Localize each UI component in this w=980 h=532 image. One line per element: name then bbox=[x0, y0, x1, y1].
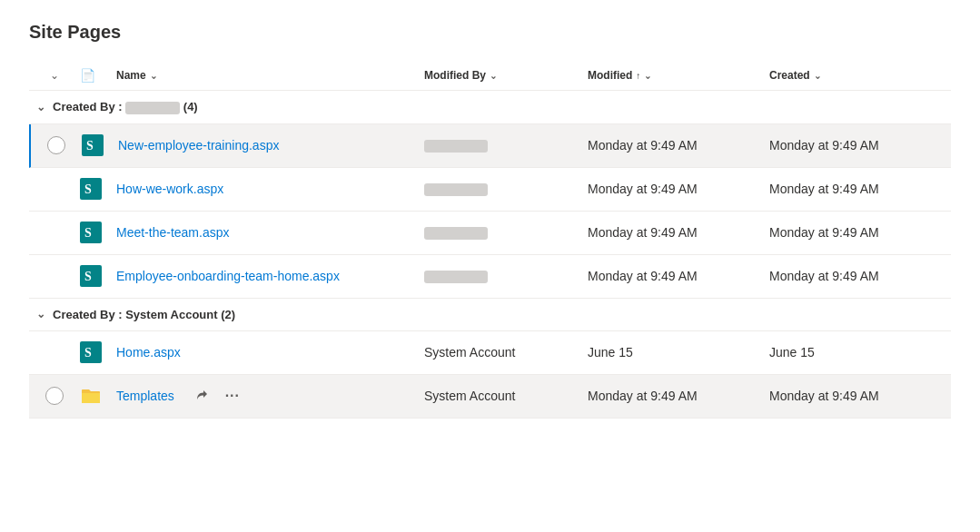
group2-chevron-icon[interactable]: ⌄ bbox=[36, 308, 45, 320]
row4-name[interactable]: Employee-onboarding-team-home.aspx bbox=[116, 269, 424, 283]
row1-icon: S bbox=[82, 134, 118, 156]
row4-created: Monday at 9:49 AM bbox=[769, 269, 951, 283]
header-name-sort-icon: ⌄ bbox=[150, 71, 157, 81]
more-icon: ··· bbox=[225, 388, 240, 404]
row1-created: Monday at 9:49 AM bbox=[769, 138, 951, 153]
table-row: S New-employee-training.aspx Monday at 9… bbox=[29, 124, 951, 168]
svg-text:S: S bbox=[86, 139, 94, 153]
row6-modified: Monday at 9:49 AM bbox=[588, 389, 769, 403]
row3-name-text: Meet-the-team.aspx bbox=[116, 225, 230, 240]
header-chevron-icon: ⌄ bbox=[50, 69, 59, 82]
header-modified-by-sort-icon: ⌄ bbox=[490, 71, 497, 81]
row6-icon bbox=[80, 385, 116, 407]
group2-header-content: ⌄ Created By : System Account (2) bbox=[29, 308, 951, 321]
row2-modified-by bbox=[424, 182, 588, 196]
svg-text:S: S bbox=[84, 270, 92, 283]
sharepoint-file-icon: S bbox=[80, 178, 102, 200]
row4-modified-by-redacted bbox=[424, 271, 488, 283]
sharepoint-file-icon: S bbox=[80, 341, 102, 363]
group2-label: Created By : System Account (2) bbox=[53, 308, 235, 321]
row4-modified-by bbox=[424, 269, 588, 283]
row2-name[interactable]: How-we-work.aspx bbox=[116, 182, 424, 196]
svg-text:S: S bbox=[84, 226, 92, 240]
svg-text:S: S bbox=[84, 182, 92, 196]
row3-modified-by bbox=[424, 225, 588, 240]
row2-name-text: How-we-work.aspx bbox=[116, 182, 223, 196]
row3-created: Monday at 9:49 AM bbox=[769, 225, 951, 240]
page-title: Site Pages bbox=[29, 22, 951, 43]
row1-modified-by-redacted bbox=[424, 140, 488, 153]
row2-icon: S bbox=[80, 178, 116, 200]
row5-modified: June 15 bbox=[588, 345, 769, 360]
header-name[interactable]: Name ⌄ bbox=[116, 69, 424, 82]
row6-actions: ··· bbox=[189, 383, 245, 409]
header-chevron-col[interactable]: ⌄ bbox=[29, 69, 80, 82]
header-created[interactable]: Created ⌄ bbox=[769, 69, 951, 82]
row5-created: June 15 bbox=[769, 345, 951, 360]
row1-checkbox-circle[interactable] bbox=[47, 136, 65, 154]
header-created-label: Created bbox=[769, 69, 810, 82]
row5-modified-by: System Account bbox=[424, 345, 588, 360]
sharepoint-file-icon: S bbox=[80, 265, 102, 287]
row3-modified: Monday at 9:49 AM bbox=[588, 225, 769, 240]
page-container: Site Pages ⌄ 📄 Name ⌄ Modified By ⌄ Modi… bbox=[0, 0, 980, 440]
row2-modified-by-redacted bbox=[424, 183, 488, 196]
row4-name-text: Employee-onboarding-team-home.aspx bbox=[116, 269, 340, 283]
row1-name-text: New-employee-training.aspx bbox=[118, 138, 279, 153]
header-name-label: Name bbox=[116, 69, 146, 82]
row2-created: Monday at 9:49 AM bbox=[769, 182, 951, 196]
header-modified-by[interactable]: Modified By ⌄ bbox=[424, 69, 588, 82]
table-row: Templates ··· System Account Monday at 9… bbox=[29, 375, 951, 419]
header-modified[interactable]: Modified ↑ ⌄ bbox=[588, 69, 769, 82]
list-container: ⌄ 📄 Name ⌄ Modified By ⌄ Modified ↑ ⌄ Cr… bbox=[29, 61, 951, 419]
svg-text:S: S bbox=[84, 346, 92, 360]
row1-modified-by bbox=[424, 138, 588, 153]
group1-chevron-icon[interactable]: ⌄ bbox=[36, 101, 45, 113]
table-row: S How-we-work.aspx Monday at 9:49 AM Mon… bbox=[29, 168, 951, 212]
table-row: S Meet-the-team.aspx Monday at 9:49 AM M… bbox=[29, 212, 951, 255]
row1-checkbox[interactable] bbox=[31, 136, 82, 154]
header-modified-label: Modified bbox=[588, 69, 632, 82]
header-modified-sort-icon: ↑ bbox=[636, 71, 640, 81]
header-file-icon: 📄 bbox=[80, 68, 95, 83]
row6-modified-by: System Account bbox=[424, 389, 588, 403]
group1-header-content: ⌄ Created By : (4) bbox=[29, 100, 951, 114]
row6-name-text: Templates bbox=[116, 389, 174, 403]
row1-name[interactable]: New-employee-training.aspx bbox=[118, 138, 424, 153]
folder-icon bbox=[80, 385, 102, 407]
sharepoint-file-icon: S bbox=[82, 134, 104, 156]
row6-checkbox-circle[interactable] bbox=[45, 387, 64, 405]
header-modified-by-label: Modified By bbox=[424, 69, 486, 82]
row6-checkbox[interactable] bbox=[29, 387, 80, 405]
row6-name[interactable]: Templates ··· bbox=[116, 383, 424, 409]
row3-modified-by-redacted bbox=[424, 227, 488, 240]
row5-name-text: Home.aspx bbox=[116, 345, 181, 360]
sharepoint-file-icon: S bbox=[80, 222, 102, 243]
table-row: S Home.aspx System Account June 15 June … bbox=[29, 331, 951, 375]
row3-name[interactable]: Meet-the-team.aspx bbox=[116, 225, 424, 240]
list-header: ⌄ 📄 Name ⌄ Modified By ⌄ Modified ↑ ⌄ Cr… bbox=[29, 61, 951, 91]
row2-modified: Monday at 9:49 AM bbox=[588, 182, 769, 196]
row3-icon: S bbox=[80, 222, 116, 243]
table-row: S Employee-onboarding-team-home.aspx Mon… bbox=[29, 255, 951, 299]
header-created-sort-icon: ⌄ bbox=[814, 71, 821, 81]
group1-label: Created By : (4) bbox=[53, 100, 198, 114]
row4-modified: Monday at 9:49 AM bbox=[588, 269, 769, 283]
row6-created: Monday at 9:49 AM bbox=[769, 389, 951, 403]
row4-icon: S bbox=[80, 265, 116, 287]
share-icon bbox=[194, 389, 209, 403]
row6-more-button[interactable]: ··· bbox=[220, 383, 245, 409]
row5-name[interactable]: Home.aspx bbox=[116, 345, 424, 360]
header-icon-col: 📄 bbox=[80, 68, 116, 83]
row6-share-button[interactable] bbox=[189, 383, 214, 409]
group1-header: ⌄ Created By : (4) bbox=[29, 91, 951, 124]
header-modified-sort-icon2: ⌄ bbox=[644, 71, 651, 81]
group2-header: ⌄ Created By : System Account (2) bbox=[29, 299, 951, 331]
row1-modified: Monday at 9:49 AM bbox=[588, 138, 769, 153]
row5-icon: S bbox=[80, 341, 116, 363]
